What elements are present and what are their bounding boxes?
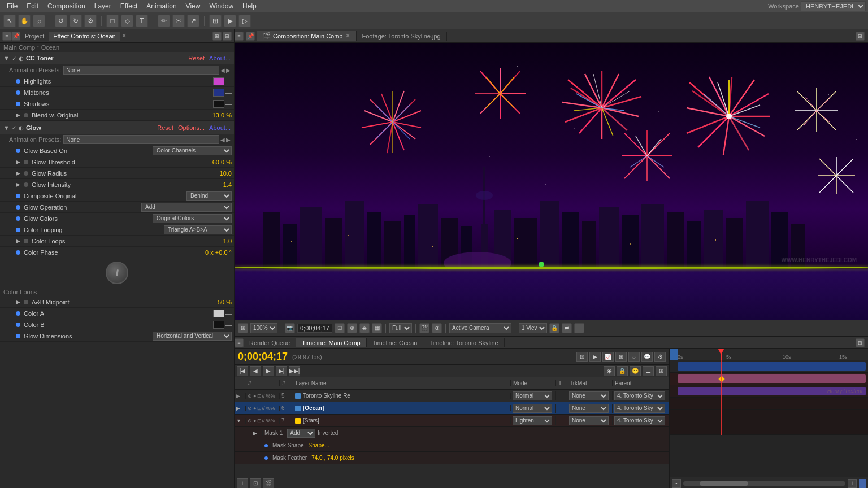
lr6-expand[interactable]: ▶: [235, 406, 246, 411]
mask-icon[interactable]: ◈: [359, 323, 370, 333]
glow-dimensions-select[interactable]: Horizontal and Vertical: [153, 332, 232, 341]
comp-options-icon[interactable]: ⋯: [574, 323, 584, 333]
tl-comment-icon[interactable]: 💬: [641, 352, 653, 362]
tool-camera[interactable]: ⊞: [209, 15, 222, 27]
view-select[interactable]: 1 View: [519, 323, 547, 333]
tab-footage-toronto[interactable]: Footage: Toronto Skyline.jpg: [357, 32, 447, 41]
panel-expand-icon[interactable]: ⊞: [212, 32, 222, 41]
glow-radius-toggle[interactable]: ▶: [16, 170, 21, 176]
mask1-mode[interactable]: Add: [287, 429, 315, 438]
lr7-trkmat-select[interactable]: None: [569, 416, 609, 425]
tool-eraser[interactable]: ↗: [187, 15, 199, 27]
color-looping-dot[interactable]: [16, 228, 20, 232]
lr5-expand[interactable]: ▶: [235, 393, 246, 399]
menu-composition[interactable]: Composition: [43, 1, 90, 11]
blend-value[interactable]: 13.0 %: [212, 112, 232, 119]
menu-view[interactable]: View: [181, 1, 205, 11]
tl-menu-icon[interactable]: ≡: [235, 338, 244, 347]
tl-settings-icon[interactable]: ⚙: [654, 352, 666, 362]
alpha-icon[interactable]: α: [432, 323, 442, 333]
midtones-dot[interactable]: [16, 90, 20, 95]
glow-threshold-value[interactable]: 60.0 %: [212, 159, 232, 165]
glow-based-on-dot[interactable]: [16, 149, 20, 153]
tl-zoom-in[interactable]: +: [848, 479, 857, 488]
snorkel-icon[interactable]: ⊡: [335, 323, 345, 333]
glow-colors-select[interactable]: Original Colors: [153, 214, 232, 223]
cc-toner-solo[interactable]: ◐: [19, 55, 24, 62]
glow-threshold-dot[interactable]: [24, 160, 28, 164]
tl-solo-btn[interactable]: ◉: [604, 366, 615, 376]
viewer-snap-icon[interactable]: 📌: [246, 32, 255, 41]
workspace-select[interactable]: HENRYTHEJEDI: [801, 1, 866, 11]
tl-prev-frame[interactable]: ◀: [250, 366, 261, 376]
anim-arrows-right[interactable]: ▶: [226, 67, 231, 73]
color-looping-select[interactable]: Triangle A>B>A: [164, 225, 232, 234]
cc-toner-enable[interactable]: ✓: [12, 55, 16, 62]
glow-enable[interactable]: ✓: [12, 125, 16, 131]
glow-arrows-right[interactable]: ▶: [226, 137, 231, 143]
lr6-trkmat-select[interactable]: None: [569, 404, 609, 413]
tl-next-frame[interactable]: ▶|: [276, 366, 287, 376]
color-a-dot[interactable]: [16, 311, 20, 316]
menu-file[interactable]: File: [2, 1, 22, 11]
tab-project[interactable]: Project: [20, 32, 49, 41]
lr5-parent-select[interactable]: 4. Toronto Sky: [614, 391, 665, 400]
color-loops-toggle[interactable]: ▶: [16, 238, 21, 244]
color-phase-dot[interactable]: [16, 250, 20, 255]
tool-redo[interactable]: ↻: [70, 15, 82, 27]
highlights-dash[interactable]: —: [225, 78, 232, 85]
tab-timeline-main[interactable]: Timeline: Main Comp: [296, 338, 367, 347]
menu-window[interactable]: Window: [205, 1, 238, 11]
tool-preview[interactable]: ▶: [224, 15, 236, 27]
tl-draft-btn[interactable]: ☰: [643, 366, 654, 376]
menu-animation[interactable]: Animation: [142, 1, 181, 11]
tl-switches-icon[interactable]: ⊞: [615, 352, 627, 362]
panel-pin-icon[interactable]: 📌: [11, 32, 20, 41]
color-phase-value[interactable]: 0 x +0.0 °: [205, 249, 232, 256]
lock-icon[interactable]: 🔒: [549, 323, 559, 333]
color-loops-value[interactable]: 1.0: [223, 238, 232, 245]
color-a-swatch[interactable]: [213, 310, 224, 317]
shadows-color[interactable]: [213, 100, 224, 108]
tool-pencil[interactable]: ✏: [158, 15, 170, 27]
tl-render-btn[interactable]: 🎬: [263, 478, 274, 489]
highlights-color[interactable]: [213, 77, 224, 85]
tab-timeline-ocean[interactable]: Timeline: Ocean: [367, 338, 424, 347]
ab-midpoint-value[interactable]: 50 %: [218, 299, 232, 306]
shadows-dash[interactable]: —: [225, 101, 232, 107]
flow-icon[interactable]: ⊕: [347, 323, 357, 333]
midtones-color[interactable]: [213, 89, 224, 97]
glow-intensity-value[interactable]: 1.4: [223, 181, 232, 188]
lr5-mode-select[interactable]: Normal: [513, 391, 552, 400]
panel-close-icon[interactable]: ✕: [121, 32, 127, 40]
panel-menu-icon[interactable]: ≡: [2, 32, 11, 41]
glow-arrows-left[interactable]: ◀: [220, 137, 225, 143]
cc-toner-about[interactable]: About...: [209, 55, 231, 62]
color-b-swatch[interactable]: [213, 321, 224, 329]
viewer-menu-icon[interactable]: ≡: [235, 32, 244, 41]
glow-toggle[interactable]: ▼: [3, 124, 10, 131]
glow-intensity-toggle[interactable]: ▶: [16, 181, 21, 188]
menu-effect[interactable]: Effect: [116, 1, 142, 11]
glow-radius-value[interactable]: 10.0: [220, 170, 232, 177]
tl-search-icon[interactable]: ⌕: [628, 352, 640, 362]
menu-edit[interactable]: Edit: [22, 1, 43, 11]
tl-graph-icon[interactable]: 📈: [602, 352, 614, 362]
tl-new-layer[interactable]: +: [237, 478, 248, 489]
tool-text[interactable]: T: [136, 15, 148, 27]
glow-operation-select[interactable]: Add: [141, 203, 232, 212]
tool-settings[interactable]: ⚙: [84, 15, 97, 27]
cc-toner-reset[interactable]: Reset: [188, 55, 205, 62]
viewer-grid-icon[interactable]: ⊞: [238, 323, 248, 333]
mask-shape-value[interactable]: Shape...: [309, 442, 329, 448]
camera-select[interactable]: Active Camera: [449, 323, 511, 333]
color-phase-knob[interactable]: [106, 262, 128, 284]
color-a-dash[interactable]: —: [225, 310, 232, 317]
lr7-expand[interactable]: ▼: [235, 418, 246, 424]
tab-composition-main[interactable]: 🎬 Composition: Main Comp ✕: [257, 31, 357, 41]
ab-midpoint-dot[interactable]: [24, 300, 28, 304]
glow-colors-dot[interactable]: [16, 216, 20, 221]
blend-toggle[interactable]: ▶: [16, 112, 21, 118]
cc-toner-anim-input[interactable]: [63, 66, 219, 75]
cc-toner-toggle[interactable]: ▼: [3, 55, 10, 62]
